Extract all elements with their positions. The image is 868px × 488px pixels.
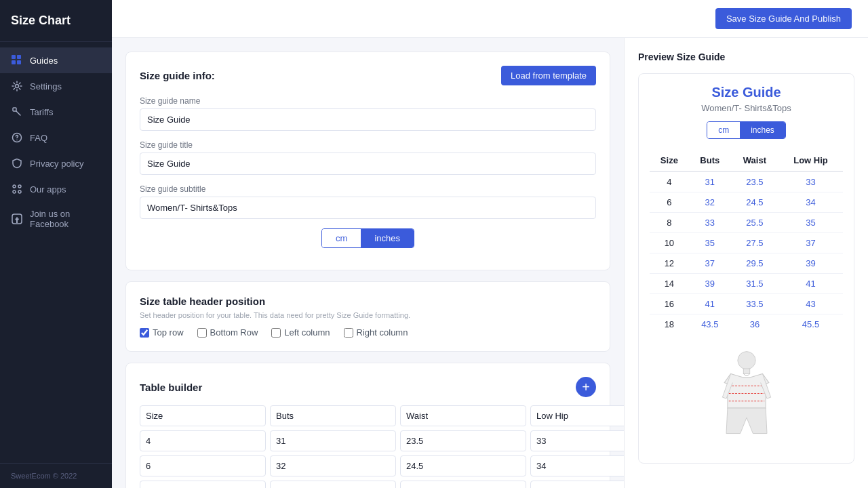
subtitle-field-group: Size guide subtitle — [140, 184, 596, 219]
preview-card: Size Guide Women/T- Shirts&Tops cm inche… — [638, 73, 854, 464]
sidebar: Size Chart Guides Settings — [0, 0, 112, 488]
cell-input[interactable] — [530, 481, 624, 488]
table-row: × — [140, 430, 596, 451]
top-row-checkbox-item[interactable]: Top row — [140, 327, 184, 338]
sidebar-item-apps[interactable]: Our apps — [0, 176, 112, 202]
preview-cm-button[interactable]: cm — [707, 122, 740, 138]
preview-table-cell: 43.5 — [689, 314, 731, 335]
svg-rect-0 — [12, 55, 16, 59]
header-position-title: Size table header position — [140, 296, 596, 307]
top-row-checkbox[interactable] — [140, 328, 149, 338]
title-input[interactable] — [140, 152, 596, 175]
load-template-button[interactable]: Load from template — [501, 66, 596, 85]
cell-input[interactable] — [270, 481, 396, 488]
title-label: Size guide title — [140, 140, 596, 150]
left-panel: Size guide info: Load from template Size… — [112, 38, 624, 488]
svg-rect-3 — [17, 60, 21, 64]
preview-table-cell: 32 — [689, 192, 731, 213]
subtitle-input[interactable] — [140, 197, 596, 219]
cell-input[interactable] — [140, 481, 266, 488]
svg-rect-2 — [12, 60, 16, 64]
preview-table-cell: 27.5 — [731, 233, 778, 253]
preview-table-cell: 33.5 — [731, 294, 778, 314]
top-row-label: Top row — [153, 327, 184, 338]
preview-table-cell: 39 — [689, 274, 731, 294]
bottom-row-checkbox[interactable] — [197, 328, 207, 338]
preview-col-waist: Waist — [731, 150, 778, 171]
svg-rect-1 — [17, 55, 21, 59]
section-header: Size guide info: Load from template — [140, 66, 596, 85]
left-column-label: Left column — [284, 327, 330, 338]
tag-icon — [11, 106, 23, 118]
cell-input[interactable] — [400, 481, 526, 488]
table-row: × — [140, 455, 596, 476]
preview-table-cell: 41 — [689, 294, 731, 314]
preview-table-cell: 35 — [689, 233, 731, 253]
preview-col-buts: Buts — [689, 150, 731, 171]
cell-input[interactable] — [270, 430, 396, 451]
preview-table-row: 43123.533 — [650, 171, 843, 192]
footer-text: SweetEcom © 2022 — [0, 463, 112, 488]
cell-input[interactable] — [270, 455, 396, 476]
header-size-input[interactable] — [140, 405, 266, 426]
preview-table-cell: 18 — [650, 314, 689, 335]
cell-input[interactable] — [530, 430, 624, 451]
sidebar-nav: Guides Settings Tariffs — [0, 42, 112, 463]
cell-input[interactable] — [400, 455, 526, 476]
preview-table-cell: 45.5 — [778, 314, 843, 335]
svg-point-7 — [16, 140, 18, 141]
sidebar-item-faq[interactable]: FAQ — [0, 125, 112, 150]
name-label: Size guide name — [140, 96, 596, 106]
right-column-label: Right column — [357, 327, 408, 338]
header-buts-input[interactable] — [270, 405, 396, 426]
preview-table-cell: 6 — [650, 192, 689, 213]
sidebar-item-label: FAQ — [30, 133, 47, 143]
sidebar-item-facebook[interactable]: Join us on Facebook — [0, 202, 112, 236]
table-builder-section: Table builder + × — [125, 363, 610, 488]
svg-point-8 — [13, 185, 16, 188]
sidebar-item-privacy[interactable]: Privacy policy — [0, 150, 112, 176]
preview-table-cell: 33 — [689, 213, 731, 233]
preview-table-row: 164133.543 — [650, 294, 843, 314]
unit-toggle-group: cm inches — [321, 228, 414, 248]
preview-table-cell: 29.5 — [731, 253, 778, 274]
preview-subtitle: Women/T- Shirts&Tops — [650, 103, 843, 113]
preview-table-cell: 12 — [650, 253, 689, 274]
preview-table-cell: 43 — [778, 294, 843, 314]
preview-inches-button[interactable]: inches — [740, 122, 785, 138]
right-column-checkbox-item[interactable]: Right column — [344, 327, 408, 338]
preview-col-size: Size — [650, 150, 689, 171]
preview-unit-toggle: cm inches — [707, 121, 786, 139]
preview-table-cell: 8 — [650, 213, 689, 233]
preview-table-row: 103527.537 — [650, 233, 843, 253]
save-publish-button[interactable]: Save Size Guide And Publish — [715, 8, 852, 29]
svg-point-10 — [13, 190, 16, 193]
sidebar-item-guides[interactable]: Guides — [0, 47, 112, 73]
add-row-button[interactable]: + — [576, 377, 596, 397]
cell-input[interactable] — [140, 455, 266, 476]
app-title: Size Chart — [0, 0, 112, 42]
name-input[interactable] — [140, 108, 596, 131]
sidebar-item-settings[interactable]: Settings — [0, 73, 112, 99]
bottom-row-checkbox-item[interactable]: Bottom Row — [197, 327, 258, 338]
inches-toggle-button[interactable]: inches — [361, 229, 414, 247]
preview-table-cell: 4 — [650, 171, 689, 192]
sidebar-item-tariffs[interactable]: Tariffs — [0, 99, 112, 125]
bottom-row-label: Bottom Row — [210, 327, 258, 338]
header-waist-input[interactable] — [400, 405, 526, 426]
left-column-checkbox-item[interactable]: Left column — [271, 327, 330, 338]
top-bar: Save Size Guide And Publish — [112, 0, 868, 38]
header-lowhip-input[interactable] — [530, 405, 624, 426]
cell-input[interactable] — [140, 430, 266, 451]
preview-table-cell: 16 — [650, 294, 689, 314]
sidebar-item-label: Settings — [30, 81, 62, 92]
question-icon — [11, 131, 23, 144]
cell-input[interactable] — [400, 430, 526, 451]
table-builder-title: Table builder — [140, 382, 202, 393]
preview-table: Size Buts Waist Low Hip 43123.53363224.5… — [650, 150, 843, 334]
right-column-checkbox[interactable] — [344, 328, 353, 338]
left-column-checkbox[interactable] — [271, 328, 281, 338]
cell-input[interactable] — [530, 455, 624, 476]
cm-toggle-button[interactable]: cm — [322, 229, 361, 247]
gear-icon — [11, 80, 23, 92]
